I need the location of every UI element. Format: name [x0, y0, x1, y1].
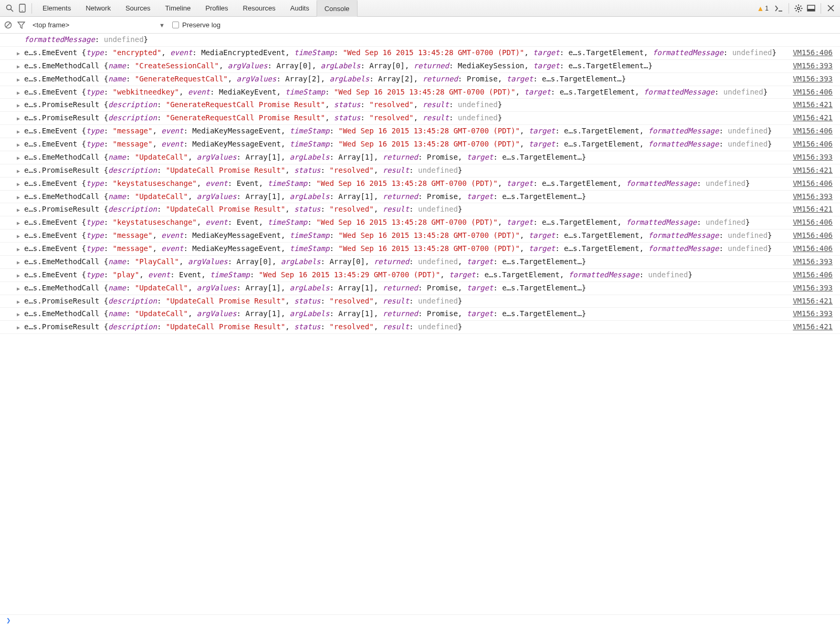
source-link[interactable]: VM156:421: [793, 165, 833, 176]
log-entry[interactable]: VM156:406 e…s.EmeEvent {type: "message",…: [0, 229, 840, 243]
source-link[interactable]: VM156:393: [793, 283, 833, 294]
main-toolbar: Elements Network Sources Timeline Profil…: [0, 0, 840, 17]
gear-icon[interactable]: [792, 2, 805, 15]
tab-sources[interactable]: Sources: [118, 0, 158, 17]
console-subbar: <top frame> ▼ Preserve log: [0, 17, 840, 34]
source-link[interactable]: VM156:421: [793, 296, 833, 307]
log-entry[interactable]: VM156:406 e…s.EmeEvent {type: "webkitnee…: [0, 86, 840, 99]
source-link[interactable]: VM156:406: [793, 244, 833, 254]
log-entry[interactable]: VM156:393 e…s.EmeMethodCall {name: "Upda…: [0, 191, 840, 204]
source-link[interactable]: VM156:421: [793, 100, 833, 110]
tab-bar: Elements Network Sources Timeline Profil…: [35, 0, 358, 17]
checkbox-box: [172, 22, 179, 28]
source-link[interactable]: VM156:406: [793, 270, 833, 280]
log-entry[interactable]: VM156:406 e…s.EmeEvent {type: "encrypted…: [0, 47, 840, 60]
filter-icon[interactable]: [17, 22, 25, 29]
preserve-log-label: Preserve log: [182, 21, 220, 29]
svg-point-3: [22, 11, 23, 12]
svg-line-13: [801, 5, 802, 6]
log-entry[interactable]: VM156:406 e…s.EmeEvent {type: "message",…: [0, 243, 840, 256]
log-entry[interactable]: VM156:406 e…s.EmeEvent {type: "message",…: [0, 125, 840, 138]
log-entry[interactable]: VM156:421 e…s.PromiseResult {description…: [0, 112, 840, 125]
log-entry[interactable]: VM156:393 e…s.EmeMethodCall {name: "Crea…: [0, 60, 840, 73]
log-entry[interactable]: VM156:406 e…s.EmeEvent {type: "keystatus…: [0, 177, 840, 191]
source-link[interactable]: VM156:406: [793, 87, 833, 98]
log-entry[interactable]: VM156:421 e…s.PromiseResult {description…: [0, 203, 840, 216]
tab-timeline[interactable]: Timeline: [158, 0, 198, 17]
source-link[interactable]: VM156:393: [793, 152, 833, 163]
tab-network[interactable]: Network: [78, 0, 118, 17]
source-link[interactable]: VM156:393: [793, 257, 833, 267]
show-console-icon[interactable]: [773, 2, 785, 15]
svg-rect-15: [807, 9, 815, 11]
log-entry[interactable]: VM156:406 e…s.EmeEvent {type: "message",…: [0, 138, 840, 151]
source-link[interactable]: VM156:406: [793, 48, 833, 58]
console-prompt[interactable]: ❯: [0, 614, 840, 627]
chevron-down-icon: ▼: [159, 22, 165, 28]
log-entry[interactable]: VM156:393 e…s.EmeMethodCall {name: "Upda…: [0, 308, 840, 321]
log-entry[interactable]: formattedMessage: undefined}: [0, 34, 840, 47]
tab-profiles[interactable]: Profiles: [198, 0, 235, 17]
log-entry[interactable]: VM156:421 e…s.PromiseResult {description…: [0, 99, 840, 112]
toolbar-divider: [789, 3, 789, 14]
log-entry[interactable]: VM156:406 e…s.EmeEvent {type: "keystatus…: [0, 216, 840, 229]
frame-selector[interactable]: <top frame> ▼: [30, 21, 167, 29]
tab-resources[interactable]: Resources: [236, 0, 283, 17]
source-link[interactable]: VM156:393: [793, 61, 833, 71]
warning-count: 1: [765, 5, 769, 12]
log-entry[interactable]: VM156:406 e…s.EmeEvent {type: "play", ev…: [0, 269, 840, 282]
tab-elements[interactable]: Elements: [35, 0, 78, 17]
source-link[interactable]: VM156:421: [793, 204, 833, 215]
console-log: formattedMessage: undefined} VM156:406 e…: [0, 34, 840, 627]
svg-line-11: [801, 10, 802, 11]
svg-line-12: [796, 10, 797, 11]
source-link[interactable]: VM156:406: [793, 231, 833, 241]
source-link[interactable]: VM156:406: [793, 217, 833, 228]
svg-point-0: [6, 5, 11, 10]
log-entry[interactable]: VM156:421 e…s.PromiseResult {description…: [0, 295, 840, 308]
search-icon[interactable]: [3, 2, 16, 15]
log-entry[interactable]: VM156:421 e…s.PromiseResult {description…: [0, 164, 840, 177]
warning-badge[interactable]: ▲ 1: [757, 4, 769, 13]
svg-line-19: [6, 23, 10, 27]
source-link[interactable]: VM156:393: [793, 192, 833, 202]
warning-icon: ▲: [757, 4, 764, 13]
source-link[interactable]: VM156:406: [793, 126, 833, 137]
toolbar-divider: [32, 3, 32, 14]
tab-console[interactable]: Console: [317, 0, 358, 17]
log-entry[interactable]: VM156:421 e…s.PromiseResult {description…: [0, 321, 840, 334]
svg-line-1: [10, 9, 13, 12]
toolbar-divider: [821, 3, 821, 14]
dock-icon[interactable]: [805, 2, 817, 15]
tab-audits[interactable]: Audits: [283, 0, 317, 17]
clear-console-icon[interactable]: [4, 21, 12, 29]
frame-selector-label: <top frame>: [33, 21, 69, 29]
source-link[interactable]: VM156:406: [793, 139, 833, 150]
source-link[interactable]: VM156:393: [793, 74, 833, 85]
svg-line-10: [796, 5, 797, 6]
log-entry[interactable]: VM156:393 e…s.EmeMethodCall {name: "Play…: [0, 256, 840, 269]
preserve-log-checkbox[interactable]: Preserve log: [172, 21, 220, 29]
log-entry[interactable]: VM156:393 e…s.EmeMethodCall {name: "Upda…: [0, 282, 840, 295]
source-link[interactable]: VM156:421: [793, 322, 833, 332]
source-link[interactable]: VM156:421: [793, 113, 833, 123]
log-entry[interactable]: VM156:393 e…s.EmeMethodCall {name: "Gene…: [0, 73, 840, 86]
device-icon[interactable]: [16, 2, 28, 15]
log-entry[interactable]: VM156:393 e…s.EmeMethodCall {name: "Upda…: [0, 151, 840, 164]
source-link[interactable]: VM156:393: [793, 309, 833, 319]
close-icon[interactable]: [824, 2, 837, 15]
svg-point-5: [797, 7, 800, 9]
source-link[interactable]: VM156:406: [793, 179, 833, 189]
